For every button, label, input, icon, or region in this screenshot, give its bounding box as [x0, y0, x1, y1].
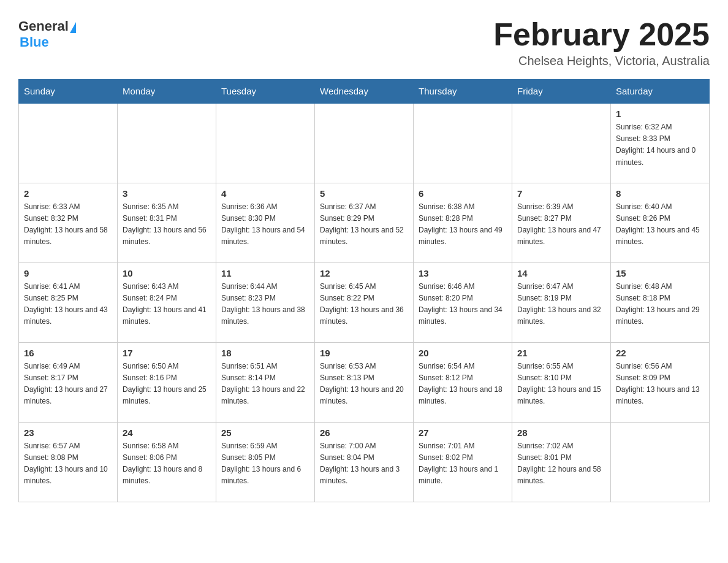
day-info: Sunrise: 6:45 AMSunset: 8:22 PMDaylight:…	[320, 281, 408, 328]
day-number: 8	[616, 188, 704, 199]
calendar-cell: 23Sunrise: 6:57 AMSunset: 8:08 PMDayligh…	[19, 422, 118, 502]
day-number: 27	[419, 427, 507, 438]
day-number: 14	[517, 268, 605, 278]
title-section: February 2025 Chelsea Heights, Victoria,…	[493, 18, 710, 68]
weekday-header-saturday: Saturday	[611, 80, 710, 104]
weekday-header-row: SundayMondayTuesdayWednesdayThursdayFrid…	[19, 80, 710, 104]
day-number: 22	[616, 348, 704, 358]
month-title: February 2025	[493, 18, 710, 50]
day-info: Sunrise: 6:51 AMSunset: 8:14 PMDaylight:…	[221, 361, 309, 408]
calendar-cell: 13Sunrise: 6:46 AMSunset: 8:20 PMDayligh…	[414, 262, 512, 342]
calendar-header: SundayMondayTuesdayWednesdayThursdayFrid…	[19, 80, 710, 104]
page-header: General Blue February 2025 Chelsea Heigh…	[18, 18, 710, 68]
day-number: 15	[616, 268, 704, 278]
weekday-header-wednesday: Wednesday	[315, 80, 414, 104]
day-number: 7	[517, 188, 605, 199]
logo-general-text: General	[18, 18, 69, 34]
day-number: 20	[419, 348, 507, 358]
day-info: Sunrise: 6:40 AMSunset: 8:26 PMDaylight:…	[616, 201, 704, 248]
day-number: 17	[123, 348, 211, 358]
day-info: Sunrise: 7:01 AMSunset: 8:02 PMDaylight:…	[419, 440, 507, 488]
day-info: Sunrise: 6:48 AMSunset: 8:18 PMDaylight:…	[616, 281, 704, 328]
day-info: Sunrise: 6:56 AMSunset: 8:09 PMDaylight:…	[616, 361, 704, 408]
day-info: Sunrise: 7:00 AMSunset: 8:04 PMDaylight:…	[320, 440, 408, 488]
calendar-week-row: 1Sunrise: 6:32 AMSunset: 8:33 PMDaylight…	[19, 103, 710, 183]
calendar-cell: 21Sunrise: 6:55 AMSunset: 8:10 PMDayligh…	[512, 342, 611, 422]
day-info: Sunrise: 6:57 AMSunset: 8:08 PMDaylight:…	[24, 440, 112, 488]
calendar-cell: 8Sunrise: 6:40 AMSunset: 8:26 PMDaylight…	[611, 183, 710, 262]
day-number: 23	[24, 427, 112, 438]
calendar-cell: 2Sunrise: 6:33 AMSunset: 8:32 PMDaylight…	[19, 183, 118, 262]
calendar-cell: 11Sunrise: 6:44 AMSunset: 8:23 PMDayligh…	[216, 262, 315, 342]
calendar-cell: 25Sunrise: 6:59 AMSunset: 8:05 PMDayligh…	[216, 422, 315, 502]
calendar-week-row: 2Sunrise: 6:33 AMSunset: 8:32 PMDaylight…	[19, 183, 710, 262]
day-number: 4	[221, 188, 309, 199]
calendar-cell: 10Sunrise: 6:43 AMSunset: 8:24 PMDayligh…	[118, 262, 216, 342]
day-info: Sunrise: 6:36 AMSunset: 8:30 PMDaylight:…	[221, 201, 309, 248]
day-info: Sunrise: 6:33 AMSunset: 8:32 PMDaylight:…	[24, 201, 112, 248]
calendar-week-row: 9Sunrise: 6:41 AMSunset: 8:25 PMDaylight…	[19, 262, 710, 342]
calendar-cell	[118, 103, 216, 183]
calendar-cell: 3Sunrise: 6:35 AMSunset: 8:31 PMDaylight…	[118, 183, 216, 262]
calendar-cell: 27Sunrise: 7:01 AMSunset: 8:02 PMDayligh…	[414, 422, 512, 502]
calendar-cell: 15Sunrise: 6:48 AMSunset: 8:18 PMDayligh…	[611, 262, 710, 342]
day-number: 16	[24, 348, 112, 358]
day-number: 21	[517, 348, 605, 358]
calendar-cell: 19Sunrise: 6:53 AMSunset: 8:13 PMDayligh…	[315, 342, 414, 422]
calendar-cell	[216, 103, 315, 183]
day-number: 1	[616, 109, 704, 119]
day-info: Sunrise: 6:58 AMSunset: 8:06 PMDaylight:…	[123, 440, 211, 488]
day-info: Sunrise: 6:37 AMSunset: 8:29 PMDaylight:…	[320, 201, 408, 248]
calendar-cell	[19, 103, 118, 183]
calendar-cell: 20Sunrise: 6:54 AMSunset: 8:12 PMDayligh…	[414, 342, 512, 422]
calendar-table: SundayMondayTuesdayWednesdayThursdayFrid…	[18, 79, 710, 502]
day-info: Sunrise: 6:35 AMSunset: 8:31 PMDaylight:…	[123, 201, 211, 248]
calendar-week-row: 16Sunrise: 6:49 AMSunset: 8:17 PMDayligh…	[19, 342, 710, 422]
day-number: 12	[320, 268, 408, 278]
day-info: Sunrise: 6:41 AMSunset: 8:25 PMDaylight:…	[24, 281, 112, 328]
day-info: Sunrise: 6:54 AMSunset: 8:12 PMDaylight:…	[419, 361, 507, 408]
day-number: 5	[320, 188, 408, 199]
day-info: Sunrise: 6:44 AMSunset: 8:23 PMDaylight:…	[221, 281, 309, 328]
calendar-cell: 18Sunrise: 6:51 AMSunset: 8:14 PMDayligh…	[216, 342, 315, 422]
calendar-week-row: 23Sunrise: 6:57 AMSunset: 8:08 PMDayligh…	[19, 422, 710, 502]
calendar-cell: 14Sunrise: 6:47 AMSunset: 8:19 PMDayligh…	[512, 262, 611, 342]
calendar-cell: 9Sunrise: 6:41 AMSunset: 8:25 PMDaylight…	[19, 262, 118, 342]
calendar-cell: 28Sunrise: 7:02 AMSunset: 8:01 PMDayligh…	[512, 422, 611, 502]
day-info: Sunrise: 6:49 AMSunset: 8:17 PMDaylight:…	[24, 361, 112, 408]
calendar-cell	[611, 422, 710, 502]
day-number: 26	[320, 427, 408, 438]
day-number: 19	[320, 348, 408, 358]
day-info: Sunrise: 6:55 AMSunset: 8:10 PMDaylight:…	[517, 361, 605, 408]
calendar-cell: 5Sunrise: 6:37 AMSunset: 8:29 PMDaylight…	[315, 183, 414, 262]
day-number: 25	[221, 427, 309, 438]
day-number: 24	[123, 427, 211, 438]
calendar-cell: 4Sunrise: 6:36 AMSunset: 8:30 PMDaylight…	[216, 183, 315, 262]
day-number: 11	[221, 268, 309, 278]
weekday-header-tuesday: Tuesday	[216, 80, 315, 104]
day-number: 10	[123, 268, 211, 278]
weekday-header-monday: Monday	[118, 80, 216, 104]
day-info: Sunrise: 6:46 AMSunset: 8:20 PMDaylight:…	[419, 281, 507, 328]
day-info: Sunrise: 6:59 AMSunset: 8:05 PMDaylight:…	[221, 440, 309, 488]
calendar-cell	[315, 103, 414, 183]
calendar-cell: 7Sunrise: 6:39 AMSunset: 8:27 PMDaylight…	[512, 183, 611, 262]
day-info: Sunrise: 6:47 AMSunset: 8:19 PMDaylight:…	[517, 281, 605, 328]
day-info: Sunrise: 6:50 AMSunset: 8:16 PMDaylight:…	[123, 361, 211, 408]
weekday-header-thursday: Thursday	[414, 80, 512, 104]
calendar-cell: 6Sunrise: 6:38 AMSunset: 8:28 PMDaylight…	[414, 183, 512, 262]
location-subtitle: Chelsea Heights, Victoria, Australia	[493, 54, 710, 68]
calendar-body: 1Sunrise: 6:32 AMSunset: 8:33 PMDaylight…	[19, 103, 710, 502]
day-number: 3	[123, 188, 211, 199]
weekday-header-friday: Friday	[512, 80, 611, 104]
day-info: Sunrise: 7:02 AMSunset: 8:01 PMDaylight:…	[517, 440, 605, 488]
calendar-cell	[512, 103, 611, 183]
calendar-cell: 24Sunrise: 6:58 AMSunset: 8:06 PMDayligh…	[118, 422, 216, 502]
logo-blue-text: Blue	[20, 34, 49, 50]
calendar-cell: 1Sunrise: 6:32 AMSunset: 8:33 PMDaylight…	[611, 103, 710, 183]
calendar-cell: 16Sunrise: 6:49 AMSunset: 8:17 PMDayligh…	[19, 342, 118, 422]
day-number: 9	[24, 268, 112, 278]
weekday-header-sunday: Sunday	[19, 80, 118, 104]
calendar-cell	[414, 103, 512, 183]
day-info: Sunrise: 6:32 AMSunset: 8:33 PMDaylight:…	[616, 121, 704, 169]
